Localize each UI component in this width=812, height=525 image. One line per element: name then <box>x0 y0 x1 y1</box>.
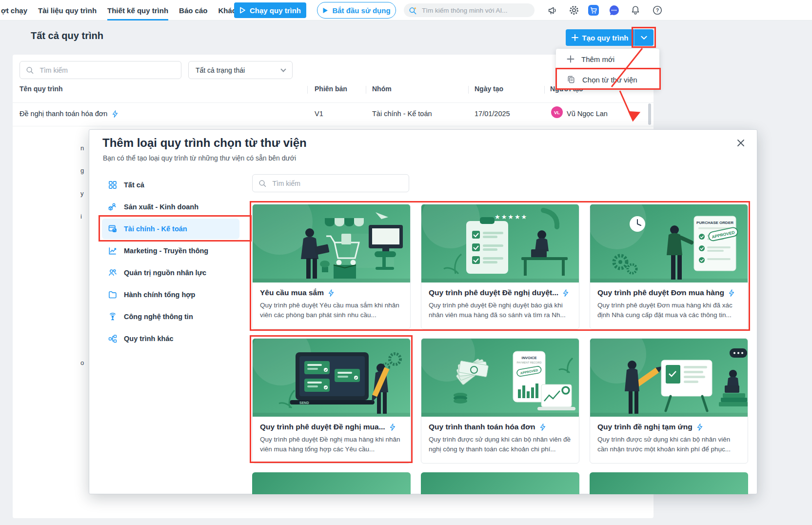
category-hanh-chinh-tong-hop[interactable]: Hành chính tổng hợp <box>102 284 239 305</box>
card-description: Quy trình phê duyệt Đề nghị mua hàng khi… <box>260 435 403 454</box>
menu-item-chon-tu-thu-vien[interactable]: Chọn từ thư viện <box>556 69 659 90</box>
card-title: Quy trình đề nghị tạm ứng <box>597 423 693 431</box>
illustration-advance-request <box>590 339 748 417</box>
category-cong-nghe-thong-tin[interactable]: Công nghệ thông tin <box>102 306 239 327</box>
tab-tai-lieu-quy-trinh[interactable]: Tài liệu quy trình <box>38 0 97 20</box>
illustration-quote-approval: ★★★★★ <box>421 204 579 283</box>
template-card-don-mua-hang[interactable]: PURCHASE ORDER APPROVED Quy trình phê du… <box>590 204 748 329</box>
card-description: Quy trình được sử dụng khi cán bộ nhân v… <box>429 435 572 454</box>
template-card-de-nghi-mua-hang[interactable]: SEND Quy trình phê duyệt Đề nghị mua... … <box>252 338 411 464</box>
card-title: Yêu cầu mua sắm <box>260 288 324 297</box>
library-search-box[interactable] <box>252 174 409 192</box>
play-outline-icon <box>239 7 246 14</box>
category-tat-ca[interactable]: Tất cả <box>102 175 239 195</box>
table-scrollbar[interactable] <box>648 103 651 125</box>
status-filter-select[interactable]: Tất cả trạng thái <box>188 61 293 79</box>
modal-title: Thêm loại quy trình chọn từ thư viện <box>102 136 307 150</box>
menu-item-label: Chọn từ thư viện <box>582 76 637 84</box>
chevron-down-icon <box>280 66 286 72</box>
automation-bolt-icon <box>697 424 703 431</box>
automation-bolt-icon <box>112 110 118 118</box>
chat-icon[interactable] <box>608 4 620 17</box>
template-card-yeu-cau-mua-sam[interactable]: Yêu cầu mua sắm Quy trình phê duyệt Yêu … <box>252 204 411 329</box>
gear-icon[interactable] <box>568 4 580 17</box>
col-header-name[interactable]: Tên quy trình <box>20 85 63 93</box>
category-label: Quản trị nguồn nhân lực <box>124 269 206 277</box>
stars-decoration: ★★★★★ <box>495 213 528 221</box>
card-title: Quy trình phê duyệt Đơn mua hàng <box>597 288 724 297</box>
col-header-created[interactable]: Ngày tạo <box>475 85 503 93</box>
library-search-input[interactable] <box>271 179 403 188</box>
template-card-partial[interactable] <box>590 472 748 494</box>
card-text: Quy trình phê duyệt Đề nghị mua... Quy t… <box>253 417 410 463</box>
close-icon[interactable] <box>735 138 746 148</box>
megaphone-icon[interactable] <box>546 4 559 17</box>
template-card-thanh-toan-hoa-don[interactable]: INVOICE PAYMENT RECORD APPROVED Quy trìn… <box>421 338 579 464</box>
it-antenna-icon <box>108 312 118 322</box>
create-process-dropdown-toggle[interactable] <box>634 29 654 46</box>
card-text: Quy trình phê duyệt Đề nghị duyệt... Quy… <box>421 283 579 329</box>
automation-bolt-icon <box>540 424 546 431</box>
template-card-de-nghi-duyet-bao-gia[interactable]: ★★★★★ Quy trình phê duyệt Đề nghị duyệt.… <box>421 204 579 329</box>
category-tai-chinh-ke-toan[interactable]: Tài chính - Kế toán <box>102 219 239 239</box>
clipped-row-fragment: y <box>80 190 84 197</box>
template-card-partial[interactable] <box>252 472 411 494</box>
card-text: Quy trình thanh toán hóa đơn Quy trình đ… <box>421 417 579 463</box>
modal-subtitle: Bạn có thể tạo loại quy trình từ những t… <box>103 154 296 162</box>
process-version: V1 <box>315 110 323 118</box>
template-card-partial[interactable] <box>421 472 579 494</box>
ai-search-icon <box>409 6 417 15</box>
category-label: Công nghệ thông tin <box>124 313 193 321</box>
plus-icon <box>567 55 574 63</box>
hr-icon <box>108 268 118 278</box>
category-marketing-truyen-thong[interactable]: Marketing - Truyền thông <box>102 241 239 261</box>
category-label: Tài chính - Kế toán <box>124 225 187 233</box>
run-process-button[interactable]: Chạy quy trình <box>234 2 306 18</box>
clipped-row-fragment: n <box>80 144 84 152</box>
illustration-send-approval: SEND <box>253 339 410 417</box>
ai-search-input[interactable] <box>421 6 530 15</box>
category-quan-tri-nguon-nhan-luc[interactable]: Quản trị nguồn nhân lực <box>102 262 239 283</box>
col-header-version[interactable]: Phiên bản <box>315 85 347 93</box>
tab-thiet-ke-quy-trinh[interactable]: Thiết kế quy trình <box>107 0 168 20</box>
create-process-split-button[interactable]: Tạo quy trình <box>566 29 654 46</box>
play-filled-icon <box>322 7 328 14</box>
marketing-icon <box>108 246 118 256</box>
finance-icon <box>108 224 118 234</box>
card-text: Yêu cầu mua sắm Quy trình phê duyệt Yêu … <box>253 283 410 329</box>
cart-icon[interactable] <box>587 4 600 17</box>
category-san-xuat-kinh-doanh[interactable]: Sản xuất - Kinh doanh <box>102 197 239 217</box>
page-title: Tất cả quy trình <box>31 30 103 41</box>
category-label: Sản xuất - Kinh doanh <box>124 203 198 211</box>
card-title: Quy trình thanh toán hóa đơn <box>429 423 535 431</box>
tab-bao-cao[interactable]: Báo cáo <box>179 0 207 20</box>
help-icon[interactable]: ? <box>651 4 664 17</box>
purchase-order-label: PURCHASE ORDER <box>696 221 733 225</box>
category-label: Marketing - Truyền thông <box>124 247 208 255</box>
process-search-input[interactable] <box>39 66 175 75</box>
bell-icon[interactable] <box>629 4 642 17</box>
status-filter-value: Tất cả trạng thái <box>196 66 245 74</box>
category-label: Tất cả <box>124 181 144 189</box>
search-icon <box>26 66 34 75</box>
invoice-label: INVOICE <box>522 356 537 360</box>
creator-name: Vũ Ngọc Lan <box>567 110 608 118</box>
process-name-link[interactable]: Đề nghị thanh toán hóa đơn <box>20 110 107 118</box>
card-description: Quy trình phê duyệt Đơn mua hàng khi đã … <box>597 301 740 320</box>
template-card-de-nghi-tam-ung[interactable]: Quy trình đề nghị tạm ứng Quy trình được… <box>590 338 748 464</box>
menu-item-label: Thêm mới <box>581 55 614 63</box>
get-started-button[interactable]: Bắt đầu sử dụng <box>317 2 396 19</box>
category-quy-trinh-khac[interactable]: Quy trình khác <box>102 328 239 349</box>
ai-search-bar[interactable] <box>404 3 535 17</box>
top-navigation-bar: ợt chạy Tài liệu quy trình Thiết kế quy … <box>0 0 812 20</box>
create-process-button[interactable]: Tạo quy trình <box>566 29 634 46</box>
folder-icon <box>108 290 118 300</box>
create-process-menu: Thêm mới Chọn từ thư viện <box>556 49 659 90</box>
menu-item-them-moi[interactable]: Thêm mới <box>556 49 659 69</box>
send-label: SEND <box>299 401 309 404</box>
process-search-box[interactable] <box>20 61 181 79</box>
col-header-group[interactable]: Nhóm <box>372 85 392 93</box>
illustration-shopping-request <box>253 204 410 283</box>
card-text: Quy trình phê duyệt Đơn mua hàng Quy trì… <box>590 283 748 329</box>
tab-luot-chay[interactable]: ợt chạy <box>1 0 27 20</box>
